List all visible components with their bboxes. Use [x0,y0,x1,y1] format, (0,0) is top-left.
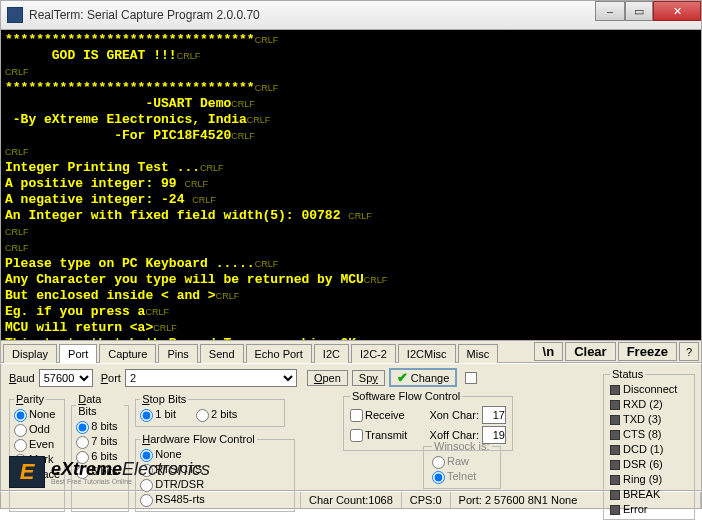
swflow-legend: Software Flow Control [350,390,462,402]
led-icon [610,430,620,440]
databits-8-bits[interactable]: 8 bits [76,419,124,434]
stopbits-legend: Stop Bits [140,393,188,405]
winsock-legend: Winsock is: [432,440,492,452]
databits-group: Data Bits 8 bits7 bits6 bits5 bits [71,393,129,512]
tab-i2cmisc[interactable]: I2CMisc [398,344,456,363]
parity-legend: Parity [14,393,46,405]
baud-label: Baud [9,372,35,384]
tab-misc[interactable]: Misc [458,344,499,363]
terminal-output: ********************************CRLF GOD… [0,30,702,341]
parity-none[interactable]: None [14,407,60,422]
open-button[interactable]: Open [307,370,348,386]
parity-even[interactable]: Even [14,437,60,452]
window-title: RealTerm: Serial Capture Program 2.0.0.7… [29,8,260,22]
spy-button[interactable]: Spy [352,370,385,386]
tab-display[interactable]: Display [3,344,57,363]
status-error: Error [610,502,688,517]
receive-checkbox[interactable]: Receive [350,408,405,423]
hwflow-legend: Hardware Flow Control [140,433,257,445]
led-icon [610,415,620,425]
check-icon: ✔ [397,370,408,385]
newline-button[interactable]: \n [534,342,564,361]
help-button[interactable]: ? [679,342,699,361]
change-button[interactable]: ✔Change [389,368,458,387]
led-icon [610,475,620,485]
parity-odd[interactable]: Odd [14,422,60,437]
status-cts-8-: CTS (8) [610,427,688,442]
databits-7-bits[interactable]: 7 bits [76,434,124,449]
close-button[interactable]: ✕ [653,1,701,21]
app-icon [7,7,23,23]
winsock-telnet[interactable]: Telnet [432,469,492,484]
logo-icon: E [9,456,45,488]
tab-echo-port[interactable]: Echo Port [246,344,312,363]
port-panel: Baud 57600 Port 2 Open Spy ✔Change Parit… [0,363,702,491]
led-icon [610,490,620,500]
winsock-raw[interactable]: Raw [432,454,492,469]
parity-group: Parity NoneOddEvenMarkSpace [9,393,65,512]
led-icon [610,505,620,515]
status-rxd-2-: RXD (2) [610,397,688,412]
stopbits-1-bit[interactable]: 1 bit [140,407,176,422]
tab-i2c-2[interactable]: I2C-2 [351,344,396,363]
status-group: Status DisconnectRXD (2)TXD (3)CTS (8)DC… [603,368,695,520]
led-icon [610,385,620,395]
tab-row: DisplayPortCapturePinsSendEcho PortI2CI2… [0,341,702,363]
status-legend: Status [610,368,645,380]
tab-port[interactable]: Port [59,344,97,363]
port-select[interactable]: 2 [125,369,297,387]
status-txd-3-: TXD (3) [610,412,688,427]
databits-legend: Data Bits [76,393,124,417]
tab-pins[interactable]: Pins [158,344,197,363]
winsock-group: Winsock is: RawTelnet [423,440,501,489]
status-ring-9-: Ring (9) [610,472,688,487]
minimize-button[interactable]: – [595,1,625,21]
xon-char-input[interactable] [482,406,506,424]
stopbits-group: Stop Bits 1 bit2 bits [135,393,285,427]
transmit-checkbox[interactable]: Transmit [350,428,407,443]
status-disconnect: Disconnect [610,382,688,397]
tab-capture[interactable]: Capture [99,344,156,363]
titlebar: RealTerm: Serial Capture Program 2.0.0.7… [0,0,702,30]
baud-select[interactable]: 57600 [39,369,93,387]
tab-i2c[interactable]: I2C [314,344,349,363]
stopbits-2-bits[interactable]: 2 bits [196,407,237,422]
tab-send[interactable]: Send [200,344,244,363]
status-dcd-1-: DCD (1) [610,442,688,457]
freeze-button[interactable]: Freeze [618,342,677,361]
status-dsr-6-: DSR (6) [610,457,688,472]
maximize-button[interactable]: ▭ [625,1,653,21]
led-icon [610,445,620,455]
led-icon [610,400,620,410]
port-label: Port [101,372,121,384]
change-checkbox[interactable] [465,372,477,384]
led-icon [610,460,620,470]
clear-button[interactable]: Clear [565,342,616,361]
logo: E eXtremeElectronics Best Free Tutorials… [9,456,210,488]
status-break: BREAK [610,487,688,502]
hwflow-rs485-rts[interactable]: RS485-rts [140,492,216,507]
